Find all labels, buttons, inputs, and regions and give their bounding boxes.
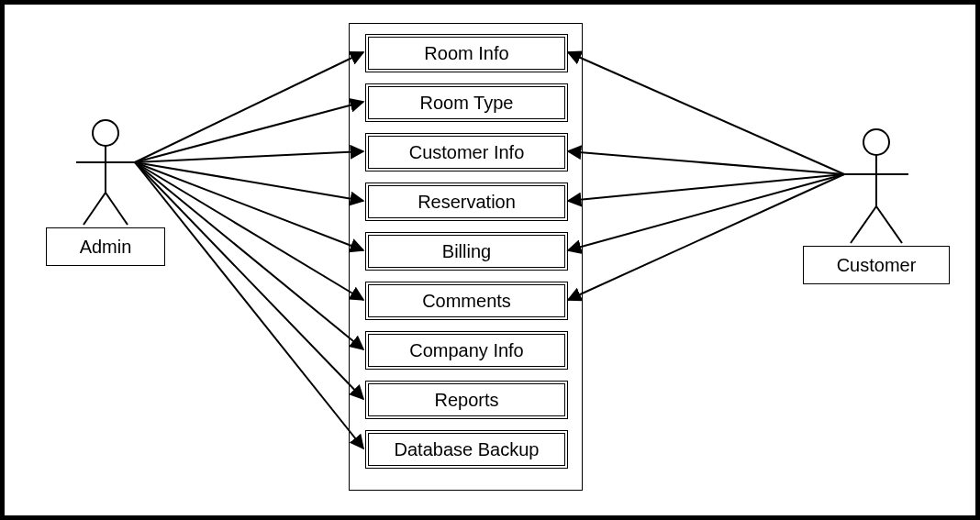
admin-connections [135, 52, 363, 448]
svg-point-0 [93, 120, 118, 146]
actor-admin-icon [76, 120, 135, 225]
svg-line-4 [106, 193, 128, 225]
svg-line-23 [568, 174, 844, 300]
svg-line-15 [135, 162, 363, 300]
svg-line-22 [568, 174, 844, 250]
actor-customer-icon [844, 129, 908, 243]
svg-line-3 [84, 193, 106, 225]
diagram-svg [5, 5, 975, 515]
diagram-frame: Room Info Room Type Customer Info Reserv… [0, 0, 980, 520]
svg-line-13 [135, 162, 363, 201]
svg-line-19 [568, 52, 844, 174]
svg-line-18 [135, 162, 363, 448]
svg-line-16 [135, 162, 363, 349]
svg-line-20 [568, 151, 844, 174]
svg-line-9 [876, 206, 902, 243]
svg-line-8 [851, 206, 876, 243]
svg-point-5 [863, 129, 889, 155]
svg-line-17 [135, 162, 363, 399]
svg-line-10 [135, 52, 363, 162]
svg-line-21 [568, 174, 844, 201]
customer-connections [568, 52, 844, 300]
